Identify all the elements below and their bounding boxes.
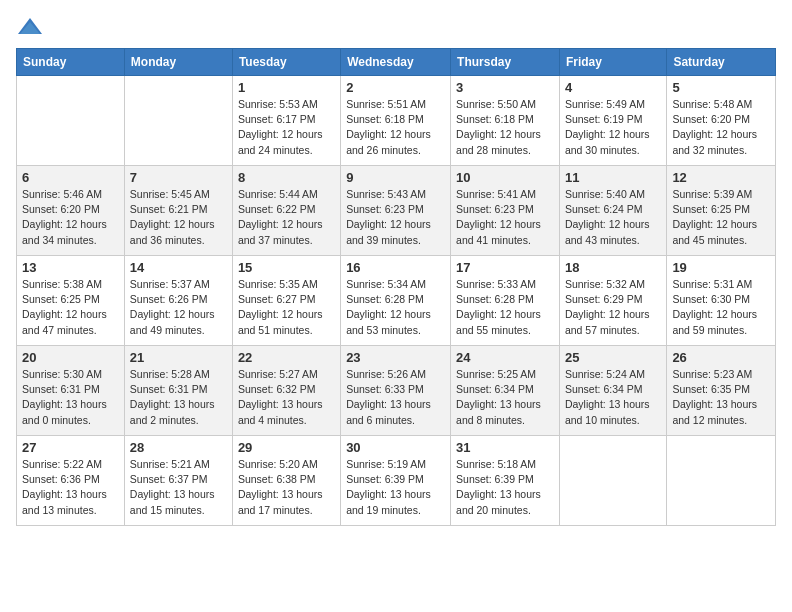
calendar-cell: 15Sunrise: 5:35 AM Sunset: 6:27 PM Dayli…	[232, 256, 340, 346]
cell-text: Sunrise: 5:34 AM Sunset: 6:28 PM Dayligh…	[346, 277, 445, 338]
day-header-tuesday: Tuesday	[232, 49, 340, 76]
page-header	[16, 16, 776, 38]
cell-text: Sunrise: 5:27 AM Sunset: 6:32 PM Dayligh…	[238, 367, 335, 428]
calendar-cell: 17Sunrise: 5:33 AM Sunset: 6:28 PM Dayli…	[451, 256, 560, 346]
cell-text: Sunrise: 5:21 AM Sunset: 6:37 PM Dayligh…	[130, 457, 227, 518]
calendar-cell: 16Sunrise: 5:34 AM Sunset: 6:28 PM Dayli…	[341, 256, 451, 346]
day-header-monday: Monday	[124, 49, 232, 76]
day-number: 25	[565, 350, 661, 365]
cell-text: Sunrise: 5:39 AM Sunset: 6:25 PM Dayligh…	[672, 187, 770, 248]
day-number: 23	[346, 350, 445, 365]
day-header-thursday: Thursday	[451, 49, 560, 76]
cell-text: Sunrise: 5:49 AM Sunset: 6:19 PM Dayligh…	[565, 97, 661, 158]
day-number: 28	[130, 440, 227, 455]
calendar-cell: 11Sunrise: 5:40 AM Sunset: 6:24 PM Dayli…	[559, 166, 666, 256]
day-number: 10	[456, 170, 554, 185]
day-number: 8	[238, 170, 335, 185]
day-number: 2	[346, 80, 445, 95]
day-number: 18	[565, 260, 661, 275]
logo-icon	[16, 16, 44, 38]
logo	[16, 16, 48, 38]
calendar-cell: 27Sunrise: 5:22 AM Sunset: 6:36 PM Dayli…	[17, 436, 125, 526]
cell-text: Sunrise: 5:44 AM Sunset: 6:22 PM Dayligh…	[238, 187, 335, 248]
day-header-friday: Friday	[559, 49, 666, 76]
day-number: 21	[130, 350, 227, 365]
calendar-cell: 10Sunrise: 5:41 AM Sunset: 6:23 PM Dayli…	[451, 166, 560, 256]
cell-text: Sunrise: 5:53 AM Sunset: 6:17 PM Dayligh…	[238, 97, 335, 158]
cell-text: Sunrise: 5:26 AM Sunset: 6:33 PM Dayligh…	[346, 367, 445, 428]
day-number: 13	[22, 260, 119, 275]
calendar-cell: 26Sunrise: 5:23 AM Sunset: 6:35 PM Dayli…	[667, 346, 776, 436]
day-number: 24	[456, 350, 554, 365]
day-number: 11	[565, 170, 661, 185]
cell-text: Sunrise: 5:40 AM Sunset: 6:24 PM Dayligh…	[565, 187, 661, 248]
calendar-cell: 28Sunrise: 5:21 AM Sunset: 6:37 PM Dayli…	[124, 436, 232, 526]
calendar-cell: 31Sunrise: 5:18 AM Sunset: 6:39 PM Dayli…	[451, 436, 560, 526]
cell-text: Sunrise: 5:22 AM Sunset: 6:36 PM Dayligh…	[22, 457, 119, 518]
cell-text: Sunrise: 5:46 AM Sunset: 6:20 PM Dayligh…	[22, 187, 119, 248]
day-number: 12	[672, 170, 770, 185]
day-number: 29	[238, 440, 335, 455]
cell-text: Sunrise: 5:31 AM Sunset: 6:30 PM Dayligh…	[672, 277, 770, 338]
cell-text: Sunrise: 5:24 AM Sunset: 6:34 PM Dayligh…	[565, 367, 661, 428]
calendar-cell: 14Sunrise: 5:37 AM Sunset: 6:26 PM Dayli…	[124, 256, 232, 346]
calendar-header-row: SundayMondayTuesdayWednesdayThursdayFrid…	[17, 49, 776, 76]
cell-text: Sunrise: 5:25 AM Sunset: 6:34 PM Dayligh…	[456, 367, 554, 428]
calendar-cell	[17, 76, 125, 166]
day-number: 14	[130, 260, 227, 275]
cell-text: Sunrise: 5:32 AM Sunset: 6:29 PM Dayligh…	[565, 277, 661, 338]
day-number: 26	[672, 350, 770, 365]
day-number: 15	[238, 260, 335, 275]
day-number: 7	[130, 170, 227, 185]
calendar-cell: 7Sunrise: 5:45 AM Sunset: 6:21 PM Daylig…	[124, 166, 232, 256]
calendar-cell: 8Sunrise: 5:44 AM Sunset: 6:22 PM Daylig…	[232, 166, 340, 256]
day-number: 31	[456, 440, 554, 455]
day-number: 9	[346, 170, 445, 185]
calendar-cell: 20Sunrise: 5:30 AM Sunset: 6:31 PM Dayli…	[17, 346, 125, 436]
day-header-sunday: Sunday	[17, 49, 125, 76]
calendar-cell: 21Sunrise: 5:28 AM Sunset: 6:31 PM Dayli…	[124, 346, 232, 436]
day-number: 1	[238, 80, 335, 95]
cell-text: Sunrise: 5:37 AM Sunset: 6:26 PM Dayligh…	[130, 277, 227, 338]
cell-text: Sunrise: 5:51 AM Sunset: 6:18 PM Dayligh…	[346, 97, 445, 158]
cell-text: Sunrise: 5:20 AM Sunset: 6:38 PM Dayligh…	[238, 457, 335, 518]
cell-text: Sunrise: 5:45 AM Sunset: 6:21 PM Dayligh…	[130, 187, 227, 248]
calendar-cell: 12Sunrise: 5:39 AM Sunset: 6:25 PM Dayli…	[667, 166, 776, 256]
day-header-saturday: Saturday	[667, 49, 776, 76]
day-number: 16	[346, 260, 445, 275]
day-number: 5	[672, 80, 770, 95]
calendar-cell	[124, 76, 232, 166]
day-number: 22	[238, 350, 335, 365]
cell-text: Sunrise: 5:18 AM Sunset: 6:39 PM Dayligh…	[456, 457, 554, 518]
calendar-cell: 24Sunrise: 5:25 AM Sunset: 6:34 PM Dayli…	[451, 346, 560, 436]
calendar-cell: 1Sunrise: 5:53 AM Sunset: 6:17 PM Daylig…	[232, 76, 340, 166]
cell-text: Sunrise: 5:50 AM Sunset: 6:18 PM Dayligh…	[456, 97, 554, 158]
day-number: 27	[22, 440, 119, 455]
calendar-cell: 2Sunrise: 5:51 AM Sunset: 6:18 PM Daylig…	[341, 76, 451, 166]
cell-text: Sunrise: 5:38 AM Sunset: 6:25 PM Dayligh…	[22, 277, 119, 338]
day-number: 17	[456, 260, 554, 275]
calendar-cell: 23Sunrise: 5:26 AM Sunset: 6:33 PM Dayli…	[341, 346, 451, 436]
calendar-week-row: 1Sunrise: 5:53 AM Sunset: 6:17 PM Daylig…	[17, 76, 776, 166]
calendar-week-row: 13Sunrise: 5:38 AM Sunset: 6:25 PM Dayli…	[17, 256, 776, 346]
cell-text: Sunrise: 5:43 AM Sunset: 6:23 PM Dayligh…	[346, 187, 445, 248]
cell-text: Sunrise: 5:28 AM Sunset: 6:31 PM Dayligh…	[130, 367, 227, 428]
calendar-cell: 5Sunrise: 5:48 AM Sunset: 6:20 PM Daylig…	[667, 76, 776, 166]
calendar-week-row: 20Sunrise: 5:30 AM Sunset: 6:31 PM Dayli…	[17, 346, 776, 436]
calendar-cell: 29Sunrise: 5:20 AM Sunset: 6:38 PM Dayli…	[232, 436, 340, 526]
day-header-wednesday: Wednesday	[341, 49, 451, 76]
calendar-cell: 30Sunrise: 5:19 AM Sunset: 6:39 PM Dayli…	[341, 436, 451, 526]
day-number: 3	[456, 80, 554, 95]
calendar-cell: 19Sunrise: 5:31 AM Sunset: 6:30 PM Dayli…	[667, 256, 776, 346]
cell-text: Sunrise: 5:19 AM Sunset: 6:39 PM Dayligh…	[346, 457, 445, 518]
cell-text: Sunrise: 5:35 AM Sunset: 6:27 PM Dayligh…	[238, 277, 335, 338]
calendar-cell: 9Sunrise: 5:43 AM Sunset: 6:23 PM Daylig…	[341, 166, 451, 256]
calendar-table: SundayMondayTuesdayWednesdayThursdayFrid…	[16, 48, 776, 526]
calendar-cell: 13Sunrise: 5:38 AM Sunset: 6:25 PM Dayli…	[17, 256, 125, 346]
day-number: 30	[346, 440, 445, 455]
cell-text: Sunrise: 5:48 AM Sunset: 6:20 PM Dayligh…	[672, 97, 770, 158]
calendar-cell	[559, 436, 666, 526]
calendar-week-row: 27Sunrise: 5:22 AM Sunset: 6:36 PM Dayli…	[17, 436, 776, 526]
cell-text: Sunrise: 5:33 AM Sunset: 6:28 PM Dayligh…	[456, 277, 554, 338]
calendar-cell: 18Sunrise: 5:32 AM Sunset: 6:29 PM Dayli…	[559, 256, 666, 346]
